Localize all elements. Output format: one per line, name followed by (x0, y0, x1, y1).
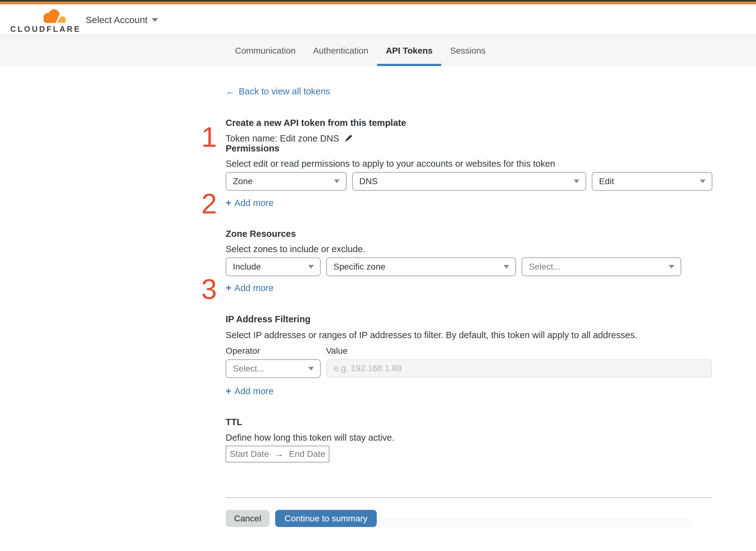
zone-resources-add-more-link[interactable]: + Add more (226, 283, 273, 293)
ttl-date-range-picker[interactable]: Start Date → End Date (226, 446, 329, 463)
tab-communication[interactable]: Communication (226, 36, 304, 66)
back-to-tokens-link[interactable]: ← Back to view all tokens (226, 87, 330, 96)
chevron-down-icon (669, 265, 674, 268)
chevron-down-icon (574, 179, 579, 183)
footer-actions: Cancel Continue to summary (226, 510, 712, 527)
ttl-heading: TTL (226, 417, 712, 427)
cloudflare-logo[interactable]: CLOUDFLARE (10, 7, 68, 34)
right-arrow-icon: → (274, 449, 283, 459)
zone-type-select[interactable]: Specific zone (326, 257, 516, 276)
ip-filtering-labels: Operator Value (226, 347, 712, 355)
ttl-description: Define how long this token will stay act… (226, 433, 712, 442)
permission-scope-select[interactable]: Zone (226, 172, 346, 191)
chevron-down-icon (308, 265, 314, 268)
plus-icon: + (226, 198, 231, 207)
start-date-placeholder: Start Date (230, 449, 269, 459)
permission-service-select[interactable]: DNS (352, 172, 586, 191)
token-name-text: Token name: Edit zone DNS (226, 133, 339, 144)
zone-resources-row: Include Specific zone Select... (226, 257, 712, 276)
ip-filtering-description: Select IP addresses or ranges of IP addr… (226, 330, 712, 340)
tab-api-tokens[interactable]: API Tokens (377, 36, 441, 66)
back-arrow-icon: ← (226, 87, 235, 96)
cloudflare-wordmark: CLOUDFLARE (10, 25, 81, 34)
footer-divider (226, 497, 712, 498)
step-marker-3: 3 (198, 275, 220, 303)
cancel-button[interactable]: Cancel (226, 510, 269, 527)
operator-label: Operator (226, 347, 326, 355)
chevron-down-icon (308, 367, 314, 371)
chevron-down-icon (700, 179, 706, 183)
tab-sessions[interactable]: Sessions (441, 36, 494, 66)
zone-picker-select[interactable]: Select... (522, 257, 681, 276)
step-marker-1: 1 (198, 123, 220, 151)
plus-icon: + (226, 283, 231, 293)
app-header: CLOUDFLARE Select Account (0, 4, 756, 35)
value-label: Value (326, 347, 348, 355)
ip-operator-select[interactable]: Select... (226, 359, 321, 378)
account-selector-label: Select Account (86, 15, 147, 25)
end-date-placeholder: End Date (289, 449, 325, 459)
permissions-add-more-link[interactable]: + Add more (226, 198, 273, 207)
permissions-description: Select edit or read permissions to apply… (226, 159, 712, 168)
top-accent-bar (0, 2, 756, 4)
chevron-down-icon (152, 18, 158, 22)
continue-to-summary-button[interactable]: Continue to summary (275, 510, 377, 527)
plus-icon: + (226, 387, 231, 396)
edit-pencil-icon[interactable] (343, 133, 353, 143)
step-marker-2: 2 (198, 190, 220, 218)
permissions-heading: Permissions (226, 144, 712, 153)
zone-resources-heading: Zone Resources (226, 229, 712, 238)
permission-access-select[interactable]: Edit (592, 172, 712, 191)
token-name-line: Token name: Edit zone DNS (226, 133, 712, 144)
ip-filtering-heading: IP Address Filtering (226, 315, 712, 324)
ip-value-input[interactable] (326, 359, 712, 378)
ip-filtering-add-more-link[interactable]: + Add more (226, 387, 273, 396)
token-form: 1 2 3 ← Back to view all tokens Create a… (0, 66, 756, 527)
template-heading: Create a new API token from this templat… (226, 118, 712, 127)
tab-authentication[interactable]: Authentication (304, 36, 377, 66)
chevron-down-icon (504, 265, 509, 268)
profile-tabs: Communication Authentication API Tokens … (0, 35, 756, 66)
ip-filtering-row: Select... (226, 359, 712, 378)
cloudflare-cloud-icon (39, 8, 68, 25)
zone-mode-select[interactable]: Include (226, 257, 321, 276)
chevron-down-icon (334, 179, 340, 183)
zone-resources-description: Select zones to include or exclude. (226, 244, 712, 254)
back-link-label: Back to view all tokens (239, 87, 330, 96)
permissions-row: Zone DNS Edit (226, 172, 712, 191)
account-selector[interactable]: Select Account (86, 4, 158, 35)
